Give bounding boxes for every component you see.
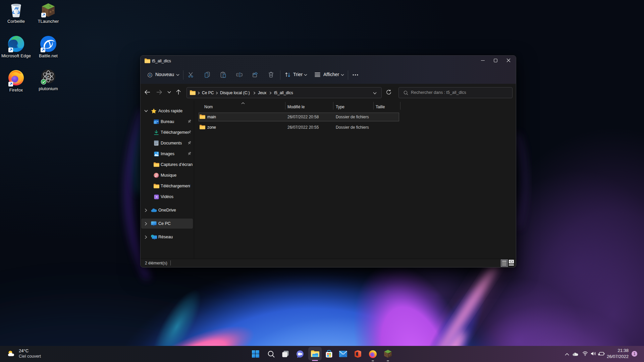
svg-text:P: P	[47, 75, 50, 78]
